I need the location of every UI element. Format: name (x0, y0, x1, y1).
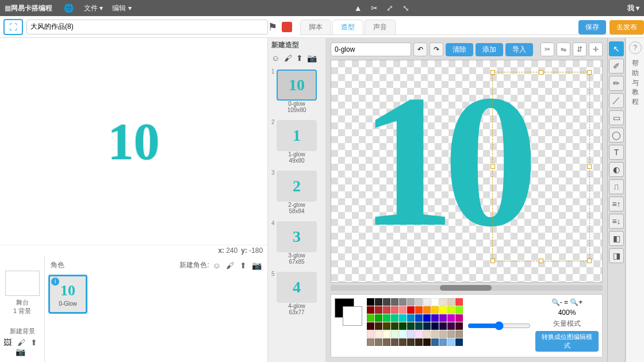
swatch[interactable] (447, 306, 455, 314)
swatch[interactable] (399, 322, 407, 330)
sprite-paint-icon[interactable]: 🖌 (226, 261, 234, 270)
swatch[interactable] (439, 298, 447, 306)
zoom-in-icon[interactable]: 🔍+ (570, 298, 582, 306)
convert-mode-button[interactable]: 转换成位图编辑模式 (535, 331, 599, 352)
publish-button[interactable]: 去发布 (610, 20, 644, 34)
costume-item-0-glow[interactable]: 1100-glow109x80 (268, 66, 325, 117)
swatch[interactable] (375, 298, 382, 306)
green-flag-icon[interactable]: ⚑ (268, 21, 277, 33)
import-button[interactable]: 导入 (505, 43, 533, 56)
swatch[interactable] (415, 298, 423, 306)
swatch[interactable] (415, 306, 423, 314)
project-name-input[interactable] (26, 20, 268, 34)
swatch[interactable] (407, 338, 415, 346)
select-tool[interactable]: ↖ (609, 41, 624, 56)
swatch[interactable] (375, 322, 382, 330)
swatch[interactable] (415, 330, 423, 338)
swatch[interactable] (367, 322, 374, 330)
swatch[interactable] (431, 330, 439, 338)
backward-icon[interactable]: ≡↓ (609, 214, 624, 229)
menu-edit[interactable]: 编辑 (112, 3, 131, 13)
swatch[interactable] (375, 314, 382, 322)
save-button[interactable]: 保存 (578, 20, 606, 34)
stamp-icon[interactable]: ▲ (354, 3, 362, 13)
text-tool[interactable]: T (609, 145, 624, 160)
swatch[interactable] (439, 314, 447, 322)
swatch[interactable] (407, 330, 415, 338)
costume-paint-icon[interactable]: 🖌 (284, 53, 292, 63)
swatch[interactable] (423, 314, 431, 322)
sprite-camera-icon[interactable]: 📷 (252, 261, 262, 270)
forward-icon[interactable]: ≡↑ (609, 197, 624, 211)
menu-file[interactable]: 文件 (84, 3, 103, 13)
swatch[interactable] (455, 322, 463, 330)
swatch[interactable] (375, 330, 382, 338)
swatch[interactable] (391, 338, 398, 346)
user-menu[interactable]: 我 (627, 3, 639, 13)
swatch[interactable] (431, 298, 439, 306)
sprite-upload-icon[interactable]: ⬆ (240, 261, 247, 270)
help-icon[interactable]: ? (629, 41, 642, 54)
costume-library-icon[interactable]: ☺ (271, 53, 279, 63)
oval-tool[interactable]: ◯ (609, 128, 624, 143)
stage-backdrop-thumb[interactable] (5, 271, 40, 296)
swatch[interactable] (455, 338, 463, 346)
swatch[interactable] (367, 306, 374, 314)
costume-upload-icon[interactable]: ⬆ (296, 53, 303, 63)
color-swatches[interactable] (367, 298, 463, 353)
costume-name-input[interactable] (331, 43, 411, 56)
backdrop-library-icon[interactable]: 🖼 (3, 338, 12, 347)
swatch[interactable] (431, 314, 439, 322)
swatch[interactable] (391, 298, 398, 306)
swatch[interactable] (423, 338, 431, 346)
swatch[interactable] (383, 322, 390, 330)
scissors-icon[interactable]: ✂ (371, 3, 378, 13)
center-icon[interactable]: ✛ (589, 43, 603, 56)
shrink-icon[interactable]: ⤡ (402, 3, 409, 13)
costume-item-1-glow[interactable]: 211-glow49x80 (268, 117, 325, 167)
sprite-library-icon[interactable]: ☺ (213, 261, 221, 270)
swatch[interactable] (367, 314, 374, 322)
tab-costumes[interactable]: 造型 (332, 20, 363, 34)
swatch[interactable] (447, 330, 455, 338)
fullscreen-button[interactable]: ⛶ (3, 19, 23, 35)
swatch[interactable] (375, 338, 382, 346)
add-button[interactable]: 添加 (476, 43, 503, 56)
tab-scripts[interactable]: 脚本 (300, 20, 331, 34)
swatch[interactable] (383, 306, 390, 314)
swatch[interactable] (415, 338, 423, 346)
swatch[interactable] (367, 338, 374, 346)
swatch[interactable] (407, 298, 415, 306)
crop-icon[interactable]: ✂ (540, 43, 554, 56)
swatch[interactable] (439, 338, 447, 346)
brush-size-slider[interactable] (467, 321, 531, 330)
swatch[interactable] (367, 330, 374, 338)
swatch[interactable] (399, 338, 407, 346)
swatch[interactable] (423, 298, 431, 306)
swatch[interactable] (415, 322, 423, 330)
swatch[interactable] (439, 306, 447, 314)
tab-sounds[interactable]: 声音 (365, 20, 396, 34)
reshape-tool[interactable]: ✐ (609, 59, 624, 74)
globe-icon[interactable]: 🌐 (64, 3, 74, 13)
swatch[interactable] (423, 322, 431, 330)
swatch[interactable] (399, 298, 407, 306)
swatch[interactable] (431, 306, 439, 314)
grow-icon[interactable]: ⤢ (386, 3, 393, 13)
swatch[interactable] (447, 314, 455, 322)
costume-item-4-glow[interactable]: 544-glow63x77 (268, 268, 325, 319)
swatch[interactable] (391, 306, 398, 314)
backdrop-paint-icon[interactable]: 🖌 (17, 338, 25, 347)
group-icon[interactable]: ◧ (609, 231, 624, 246)
swatch[interactable] (439, 322, 447, 330)
swatch[interactable] (407, 314, 415, 322)
paint-canvas[interactable]: 10 (331, 60, 603, 283)
sprite-thumb-0glow[interactable]: i 10 0-Glow (48, 275, 87, 314)
swatch[interactable] (383, 338, 390, 346)
swatch[interactable] (431, 322, 439, 330)
swatch[interactable] (455, 330, 463, 338)
swatch[interactable] (391, 322, 398, 330)
costume-item-2-glow[interactable]: 322-glow58x84 (268, 167, 325, 218)
swatch[interactable] (383, 314, 390, 322)
rect-tool[interactable]: ▭ (609, 110, 624, 125)
